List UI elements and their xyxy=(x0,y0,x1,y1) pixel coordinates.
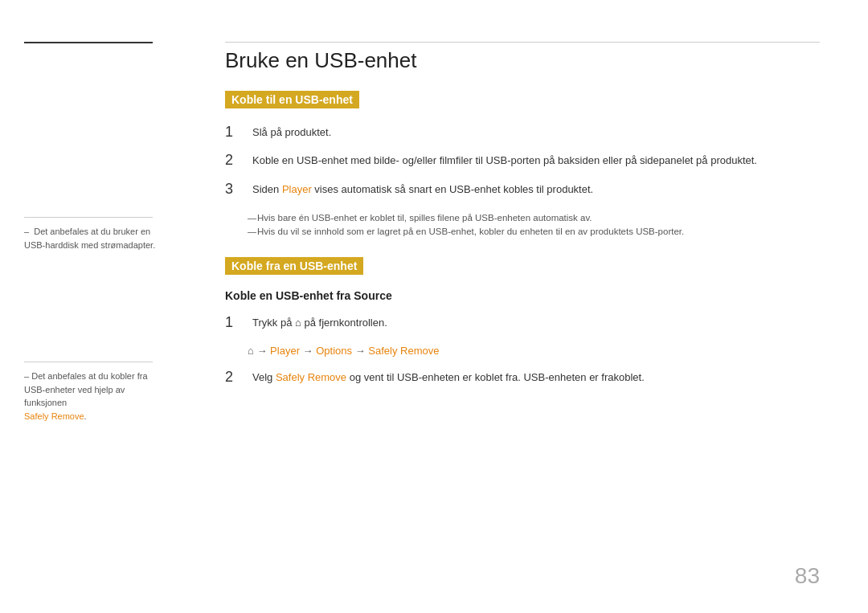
step-1-num: 1 xyxy=(225,123,248,141)
page-layout: – Det anbefales at du bruker en USB-hard… xyxy=(0,0,868,613)
sidebar-note-1-text: Det anbefales at du bruker en USB-harddi… xyxy=(24,227,155,250)
main-content: Bruke en USB-enhet Koble til en USB-enhe… xyxy=(185,0,868,613)
step-1: 1 Slå på produktet. xyxy=(225,123,820,141)
step-s1-num: 1 xyxy=(225,313,248,332)
arrow-path: ⌂ → Player → Options → Safely Remove xyxy=(248,345,820,357)
step-1-text: Slå på produktet. xyxy=(252,123,820,141)
step-2: 2 Koble en USB-enhet med bilde- og/eller… xyxy=(225,151,820,170)
step-s1-text: Trykk på ⌂ på fjernkontrollen. xyxy=(252,313,820,332)
options-link: Options xyxy=(316,345,352,357)
notes-section: Hvis bare én USB-enhet er koblet til, sp… xyxy=(248,211,820,239)
player-highlight: Player xyxy=(282,183,312,195)
arrow2: → xyxy=(303,345,317,357)
section-heading-1: Koble til en USB-enhet xyxy=(225,91,359,108)
sidebar: – Det anbefales at du bruker en USB-hard… xyxy=(0,0,185,613)
dash-icon-2: – xyxy=(24,371,29,381)
step-s2-text: Velg Safely Remove og vent til USB-enhet… xyxy=(252,368,820,386)
sidebar-top-line xyxy=(24,42,153,43)
sidebar-note-1: – Det anbefales at du bruker en USB-hard… xyxy=(24,225,161,251)
top-line xyxy=(225,42,820,43)
note-1: Hvis bare én USB-enhet er koblet til, sp… xyxy=(248,211,820,225)
dash-icon: – xyxy=(24,225,29,239)
steps-list-1: 1 Slå på produktet. 2 Koble en USB-enhet… xyxy=(225,123,820,198)
sub-heading: Koble en USB-enhet fra Source xyxy=(225,289,820,302)
section-heading-2: Koble fra en USB-enhet xyxy=(225,257,363,275)
safely-remove-highlight: Safely Remove xyxy=(276,371,346,383)
sidebar-note-2-text1: Det anbefales at du kobler fra USB-enhet… xyxy=(24,371,148,407)
step-3: 3 Siden Player vises automatisk så snart… xyxy=(225,180,820,198)
section-disconnect: Koble fra en USB-enhet Koble en USB-enhe… xyxy=(225,257,820,387)
page-title: Bruke en USB-enhet xyxy=(225,48,820,73)
step-2-text: Koble en USB-enhet med bilde- og/eller f… xyxy=(252,151,820,170)
step-s2: 2 Velg Safely Remove og vent til USB-enh… xyxy=(225,368,820,386)
sidebar-note-2-text2: . xyxy=(84,411,87,421)
step-3-num: 3 xyxy=(225,180,248,198)
steps-list-2: 1 Trykk på ⌂ på fjernkontrollen. xyxy=(225,313,820,332)
step-s1: 1 Trykk på ⌂ på fjernkontrollen. xyxy=(225,313,820,332)
safely-remove-nav: Safely Remove xyxy=(368,345,439,357)
home-icon-2: ⌂ xyxy=(248,345,254,357)
sidebar-note-2: – Det anbefales at du kobler fra USB-enh… xyxy=(24,370,161,423)
note-2: Hvis du vil se innhold som er lagret på … xyxy=(248,225,820,239)
arrow1: → xyxy=(256,345,270,357)
arrow3: → xyxy=(355,345,369,357)
safely-remove-link: Safely Remove xyxy=(24,411,84,421)
home-icon: ⌂ xyxy=(295,317,301,329)
sidebar-divider-2 xyxy=(24,362,153,362)
steps-list-3: 2 Velg Safely Remove og vent til USB-enh… xyxy=(225,368,820,386)
section-connect: Koble til en USB-enhet 1 Slå på produkte… xyxy=(225,91,820,239)
page-number: 83 xyxy=(795,563,820,589)
sidebar-divider-1 xyxy=(24,217,153,218)
player-link: Player xyxy=(270,345,300,357)
step-3-text: Siden Player vises automatisk så snart e… xyxy=(252,180,820,198)
step-s2-num: 2 xyxy=(225,368,248,386)
step-2-num: 2 xyxy=(225,151,248,170)
